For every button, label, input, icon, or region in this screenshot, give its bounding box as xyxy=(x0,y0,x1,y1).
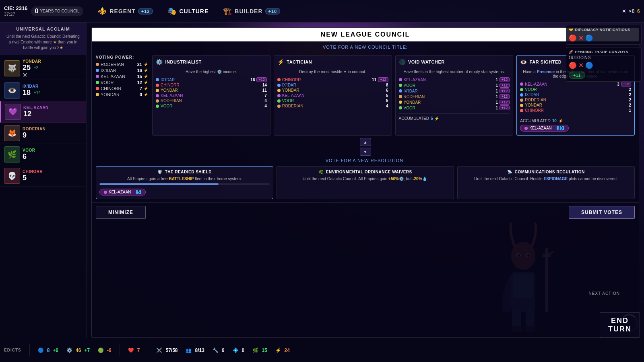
turns-value: 0 xyxy=(35,8,39,15)
builder-badge: +10 xyxy=(265,8,281,14)
vp-faction-chinorr: CHINORR xyxy=(101,86,138,91)
left-panel: UNIVERSAL ACCLAIM Until the next Galacti… xyxy=(0,23,87,338)
nav-culture[interactable]: 🎭 CULTURE xyxy=(164,5,212,17)
faction-row-voor[interactable]: 🌿 VOOR 6 xyxy=(0,144,86,165)
ind-faction-yondar: YONDAR xyxy=(161,88,261,93)
tac-val-voor: 5 xyxy=(386,99,388,103)
nav-regent[interactable]: ⚜️ REGENT +12 xyxy=(95,5,156,17)
fs-dot-roderian xyxy=(520,99,523,102)
res-card-readied-shield[interactable]: 🛡️ THE READIED SHIELD All Empires gain a… xyxy=(96,166,273,199)
title-card-tactician[interactable]: ⚡ TACTICIAN Destroy the most hostile ✦ i… xyxy=(274,55,392,136)
readied-shield-icon: 🛡️ xyxy=(157,170,163,174)
trade-flag2: 🔵 xyxy=(585,62,593,69)
faction-row-yondar[interactable]: 🐺 YONDAR 25 +2 ⚔️ xyxy=(0,57,86,80)
tac-val-chinorr: 11 xyxy=(372,78,376,82)
readied-shield-progress-bar xyxy=(99,183,219,185)
trade-icon: 🚀 xyxy=(569,50,574,54)
vw-badge-yondar: +12 xyxy=(500,100,510,105)
stat-green: 🟢 -6 xyxy=(98,348,111,353)
tactician-votes: CHINORR 11 +12 IX'IDAR 8 Y xyxy=(277,77,388,109)
ind-dot-kelazaan xyxy=(156,94,159,97)
faction-score-yondar: 25 xyxy=(23,64,31,72)
diplomacy-flags: 🔴 ✕ 🔵 xyxy=(569,34,639,42)
council-title: NEW LEAGUE COUNCIL xyxy=(92,28,639,41)
arrow-down-btn[interactable]: ▼ xyxy=(360,148,371,156)
faction-avatar-kelazaan: 💜 xyxy=(5,104,21,120)
vw-dot-kelazaan xyxy=(399,78,402,81)
faction-info-ixidar: IX'IDAR 18 +14 xyxy=(23,84,82,97)
vw-vote-yondar: YONDAR 1 +12 xyxy=(399,100,510,105)
stat-build-val: 6 xyxy=(222,348,225,353)
stat-blue-val: 8 xyxy=(47,348,50,353)
minimize-button[interactable]: MINIMIZE xyxy=(96,206,146,219)
vp-val-roderian: 21 xyxy=(137,62,142,67)
faction-name-yondar: YONDAR xyxy=(23,59,82,64)
fs-faction-chinorr: CHINORR xyxy=(525,108,627,113)
res-card-environmental[interactable]: 🌿 ENVIRONMENTAL ORDINANCE WAIVERS Until … xyxy=(277,166,454,199)
ind-dot-ixidar xyxy=(156,78,159,81)
resolution-section: VOTE FOR A NEW RESOLUTION: 🛡️ THE READIE… xyxy=(92,158,639,202)
stat-heart: ❤️ 7 xyxy=(128,348,140,353)
ind-faction-roderian: RODERIAN xyxy=(161,99,263,103)
end-turn-button[interactable]: ENDTURN xyxy=(600,312,640,338)
builder-label: BUILDER xyxy=(235,8,262,14)
title-card-void-watcher[interactable]: 🌑 VOID WATCHER Have fleets in the highes… xyxy=(395,55,514,136)
fs-faction-ixidar: IX'IDAR xyxy=(525,93,627,97)
stat-plant-icon: 🌿 xyxy=(252,348,258,353)
resource-display: ✕ ×8 6 xyxy=(622,8,640,14)
vw-val-kelazaan: 1 xyxy=(495,78,498,82)
vp-icon-ixidar: ⚡ xyxy=(144,68,148,72)
fs-dot-kelazaan xyxy=(520,82,523,86)
arrow-up-btn[interactable]: ▲ xyxy=(360,138,371,146)
readied-shield-desc: All Empires gain a free BATTLESHIP fleet… xyxy=(99,177,270,181)
fs-vote-roderian: RODERIAN 2 xyxy=(520,98,631,102)
industrialist-icon: ⚙️ xyxy=(156,59,163,65)
rs-player-faction: KEL-AZAAN xyxy=(109,190,131,194)
turns-label: YEARS TO COUNCIL xyxy=(40,9,79,13)
stat-heart-val: 7 xyxy=(137,348,140,353)
tac-val-roderian: 4 xyxy=(386,104,388,108)
title-card-industrialist[interactable]: ⚙️ INDUSTRIALIST Have the highest ⚙️ inc… xyxy=(152,55,270,136)
tac-vote-yondar: YONDAR 6 xyxy=(277,88,388,93)
resource-x-val: ×8 xyxy=(629,8,635,14)
vote-resolution-label: VOTE FOR A NEW RESOLUTION: xyxy=(96,158,635,163)
vp-dot-chinorr xyxy=(96,87,99,90)
stat-build: 🔧 6 xyxy=(213,348,225,353)
vp-faction-ixidar: IX'IDAR xyxy=(101,68,136,73)
faction-avatar-yondar: 🐺 xyxy=(4,60,20,76)
void-watcher-votes: KEL-AZAAN 1 +12 VOOR 1 +12 xyxy=(399,77,510,111)
fs-dot-ixidar xyxy=(520,93,523,97)
ind-val-chinorr: 14 xyxy=(262,83,267,87)
submit-votes-button[interactable]: SUBMIT VOTES xyxy=(569,206,635,219)
faction-row-chinorr[interactable]: 💀 CHINORR 5 xyxy=(0,165,86,187)
tac-dot-kelazaan xyxy=(277,94,281,97)
vw-dot-voor xyxy=(399,84,402,87)
vp-icon-chinorr: ⚡ xyxy=(144,86,148,90)
faction-row-kelazaan[interactable]: 💜 KEL-AZAAN 12 xyxy=(0,101,86,123)
rs-player-val: 5 xyxy=(136,190,142,194)
faction-row-roderian[interactable]: 🦊 RODERIAN 9 xyxy=(0,123,86,144)
cie-number: CIE: 2316 xyxy=(4,5,28,11)
tac-dot-roderian xyxy=(277,105,281,108)
fs-val-roderian: 2 xyxy=(629,98,631,102)
vw-badge-ixidar: +12 xyxy=(500,88,510,93)
ind-val-roderian: 4 xyxy=(264,99,267,103)
tac-vote-chinorr: CHINORR 11 +12 xyxy=(277,77,388,82)
vp-icon-roderian: ⚡ xyxy=(144,62,148,66)
res-header-readied-shield: 🛡️ THE READIED SHIELD xyxy=(99,170,270,174)
trade-title-row: 🚀 PENDING TRADE CONVOYS xyxy=(569,50,639,54)
bottom-buttons: MINIMIZE SUBMIT VOTES xyxy=(92,202,639,222)
title-cards: ⚙️ INDUSTRIALIST Have the highest ⚙️ inc… xyxy=(152,55,635,136)
vw-faction-roderian: RODERIAN xyxy=(404,95,494,99)
trade-flag1: 🔴 xyxy=(569,62,577,69)
faction-avatar-roderian: 🦊 xyxy=(4,125,20,141)
acclaim-text: Until the next Galactic Council: Defeati… xyxy=(5,34,81,51)
ind-vote-roderian: RODERIAN 4 xyxy=(156,99,267,103)
nav-builder[interactable]: 🏗️ BUILDER +10 xyxy=(220,5,283,17)
stat-diamond: 💠 0 xyxy=(233,348,245,353)
res-card-communications[interactable]: 📡 COMMUNICATIONS REGULATION Until the ne… xyxy=(457,166,635,199)
vp-dot-kelazaan xyxy=(96,75,99,78)
ind-dot-yondar xyxy=(156,89,159,92)
faction-row-ixidar[interactable]: 👁️ IX'IDAR 18 +14 xyxy=(0,80,86,101)
fs-dot-yondar xyxy=(520,104,523,107)
